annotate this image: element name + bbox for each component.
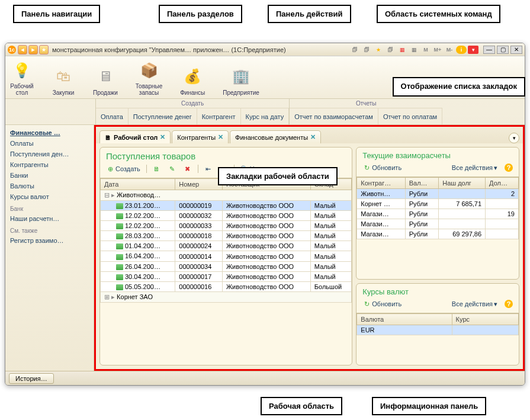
table-header[interactable]: Дата: [101, 179, 175, 190]
tab-list-button[interactable]: ▾: [509, 133, 519, 143]
row-icon: [116, 243, 123, 249]
mem-mminus[interactable]: M-: [444, 46, 455, 54]
tool-icon[interactable]: 🗐: [385, 46, 396, 54]
favorite-button[interactable]: ★: [39, 45, 49, 54]
section-label: Рабочийстол: [10, 83, 33, 96]
action-item[interactable]: Оплата: [96, 108, 129, 124]
forward-button[interactable]: ►: [28, 45, 38, 54]
nav-item[interactable]: Оплаты: [5, 138, 94, 149]
section-item[interactable]: 📦Товарныезапасы: [136, 59, 162, 96]
star-icon[interactable]: ★: [373, 46, 384, 54]
table-row[interactable]: Магази…Рубли69 297,86: [357, 229, 519, 239]
section-item[interactable]: 💡Рабочийстол: [10, 59, 34, 96]
table-row[interactable]: 30.04.200…000000017Животноводство ОООМал…: [101, 271, 352, 281]
edit-button[interactable]: ✎: [166, 163, 179, 174]
nav-item[interactable]: Контрагенты: [5, 159, 94, 170]
row-icon: [116, 284, 123, 290]
table-row[interactable]: 23.01.200…000000019Животноводство ОООМал…: [101, 201, 352, 211]
table-row[interactable]: 05.05.200…000000016Животноводство ОООБол…: [101, 281, 352, 291]
workspace-tab[interactable]: 🗎Рабочий стол✕: [99, 130, 171, 143]
calculator-icon[interactable]: ▦: [409, 46, 419, 54]
section-icon: 📦: [137, 59, 161, 82]
table-header[interactable]: Вал…: [405, 178, 438, 189]
help-button[interactable]: ?: [502, 299, 515, 309]
table-row[interactable]: 12.02.200…000000032Животноводство ОООМал…: [101, 211, 352, 221]
nav-left-button[interactable]: ⇤: [202, 163, 215, 174]
dropdown-icon[interactable]: ▾: [468, 46, 478, 54]
tab-close-icon[interactable]: ✕: [218, 133, 223, 141]
action-item[interactable]: Поступление денег: [129, 108, 197, 124]
table-row[interactable]: Магази…Рубли19: [357, 209, 519, 219]
table-row[interactable]: 16.04.200…000000014Животноводство ОООМал…: [101, 251, 352, 261]
section-item[interactable]: 💰Финансы: [180, 59, 205, 96]
action-item[interactable]: Отчет по оплатам: [378, 108, 442, 124]
table-header[interactable]: Наш долг: [439, 178, 486, 189]
history-button[interactable]: История…: [9, 373, 54, 384]
refresh-button[interactable]: ↻Обновить: [360, 162, 404, 173]
table-header[interactable]: Дол…: [486, 178, 519, 189]
section-item[interactable]: 🛍Закупки: [52, 59, 75, 96]
settlements-table[interactable]: Контраг…Вал…Наш долгДол…Животн…Рубли2Кор…: [356, 177, 519, 239]
minimize-button[interactable]: —: [483, 46, 495, 54]
tool-icon[interactable]: 🗐: [361, 46, 372, 54]
copy-button[interactable]: 🗎: [150, 163, 163, 174]
table-header[interactable]: Курс: [452, 314, 518, 325]
calendar-icon[interactable]: ▦: [397, 46, 407, 54]
table-group-row[interactable]: ⊟ ▸ Животновод…: [101, 190, 352, 201]
back-button[interactable]: ◄: [18, 45, 27, 54]
nav-item[interactable]: Регистр взаимо…: [5, 235, 94, 246]
nav-item-active[interactable]: Финансовые …: [5, 127, 94, 138]
nav-item[interactable]: Поступления ден…: [5, 149, 94, 159]
action-item[interactable]: Курс на дату: [241, 108, 290, 124]
workspace-tab[interactable]: Финансовые документы✕: [230, 130, 321, 143]
nav-section-title: См. также: [5, 224, 94, 235]
table-row[interactable]: 28.03.200…000000018Животноводство ОООМал…: [101, 231, 352, 241]
section-item[interactable]: 🏢Предприятие: [223, 59, 259, 96]
refresh-button[interactable]: ↻Обновить: [360, 299, 404, 309]
row-icon: [116, 203, 123, 209]
table-header[interactable]: Валюта: [357, 314, 452, 325]
table-row[interactable]: EUR: [357, 325, 519, 335]
titlebar: 1c ◄ ► ★ монстрационная конфигурация "Уп…: [5, 43, 525, 56]
rates-table[interactable]: ВалютаКурсEUR: [356, 313, 519, 335]
table-header[interactable]: Номер: [175, 179, 223, 190]
table-row[interactable]: 12.02.200…000000033Животноводство ОООМал…: [101, 221, 352, 231]
table-row[interactable]: Корнет …Рубли7 685,71: [357, 199, 519, 209]
all-actions-button[interactable]: Все действия ▾: [449, 163, 500, 173]
workspace-area: 🗎Рабочий стол✕Контрагенты✕Финансовые док…: [94, 125, 525, 371]
mem-m[interactable]: M: [420, 46, 431, 54]
tab-close-icon[interactable]: ✕: [160, 133, 165, 141]
callout-infopanel: Информационная панель: [372, 397, 486, 415]
delete-button[interactable]: ✖: [181, 163, 194, 174]
workspace-tab[interactable]: Контрагенты✕: [172, 130, 229, 143]
row-icon: [116, 264, 123, 270]
action-item[interactable]: Контрагент: [197, 108, 241, 124]
action-group-title: Создать: [96, 99, 289, 108]
help-button[interactable]: ?: [502, 162, 515, 173]
table-row[interactable]: Магази…Рубли: [357, 219, 519, 229]
section-item[interactable]: 🖥Продажи: [93, 59, 118, 96]
table-row[interactable]: 01.04.200…000000024Животноводство ОООМал…: [101, 241, 352, 251]
nav-item[interactable]: Валюты: [5, 181, 94, 191]
row-icon: [116, 223, 123, 229]
tool-icon[interactable]: 🗐: [349, 46, 360, 54]
callout-actions: Панель действий: [268, 5, 351, 23]
action-item[interactable]: Отчет по взаиморасчетам: [290, 108, 378, 124]
table-row[interactable]: 26.04.200…000000034Животноводство ОООМал…: [101, 261, 352, 271]
close-button[interactable]: ✕: [510, 46, 522, 54]
nav-item[interactable]: Банки: [5, 170, 94, 181]
nav-section-title: Банк: [5, 202, 94, 213]
create-button[interactable]: ⊕Создать: [104, 163, 143, 174]
maximize-button[interactable]: ▢: [497, 46, 509, 54]
table-group-row[interactable]: ⊞ ▸ Корнет ЗАО: [101, 291, 352, 302]
receipts-table[interactable]: ДатаНомерПоставщикСклад⊟ ▸ Животновод…23…: [100, 178, 352, 303]
tab-close-icon[interactable]: ✕: [310, 133, 316, 141]
all-actions-button[interactable]: Все действия ▾: [449, 299, 500, 309]
info-icon[interactable]: i: [456, 46, 467, 54]
panel-title: Поступления товаров: [100, 148, 352, 162]
mem-mplus[interactable]: M+: [432, 46, 443, 54]
table-row[interactable]: Животн…Рубли2: [357, 189, 519, 199]
nav-item[interactable]: Наши расчетн…: [5, 213, 94, 224]
nav-item[interactable]: Курсы валют: [5, 191, 94, 202]
table-header[interactable]: Контраг…: [357, 178, 405, 189]
